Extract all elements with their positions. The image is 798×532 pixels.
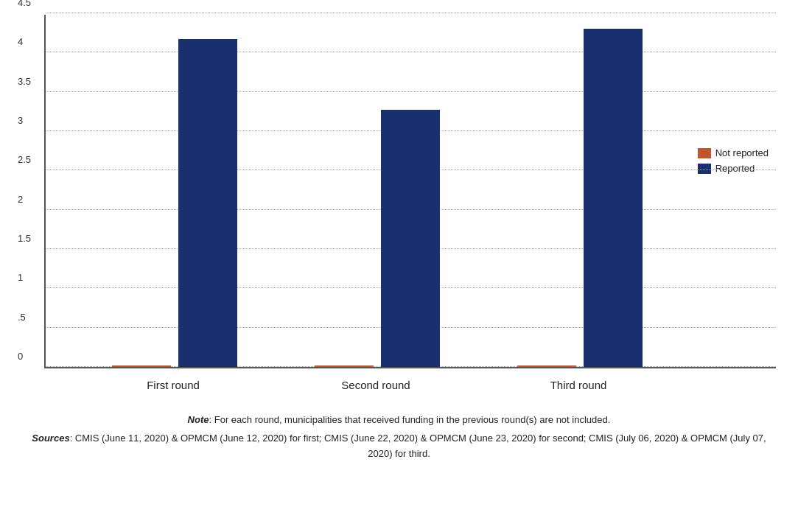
gridline bbox=[46, 91, 776, 92]
x-labels: First roundSecond roundThird round bbox=[44, 373, 776, 399]
bar-reported bbox=[178, 39, 237, 367]
sources-text: Sources: CMIS (June 11, 2020) & OPMCM (J… bbox=[22, 431, 776, 462]
y-tick-label: 0 bbox=[18, 351, 23, 362]
y-tick-label: .5 bbox=[18, 311, 26, 322]
gridline bbox=[46, 13, 776, 13]
legend-item: Not reported bbox=[698, 147, 769, 158]
chart-area: Not reportedReported 0.511.522.533.544.5… bbox=[22, 15, 776, 399]
chart-notes: Note: For each round, municipalities tha… bbox=[22, 413, 776, 464]
chart-container: Not reportedReported 0.511.522.533.544.5… bbox=[22, 15, 776, 464]
legend-label: Reported bbox=[715, 163, 755, 174]
y-tick-label: 4 bbox=[18, 36, 23, 47]
y-tick-label: 2 bbox=[18, 193, 23, 204]
y-tick-label: 1 bbox=[18, 272, 23, 283]
y-tick-label: 3 bbox=[18, 115, 23, 126]
y-tick-label: 1.5 bbox=[18, 233, 31, 244]
bar-reported bbox=[584, 29, 643, 367]
y-tick-label: 2.5 bbox=[18, 154, 31, 165]
bar-not-reported bbox=[315, 365, 374, 367]
chart-inner: Not reportedReported 0.511.522.533.544.5… bbox=[44, 15, 776, 399]
bar-reported bbox=[381, 110, 440, 367]
x-axis-label: Second round bbox=[302, 379, 449, 391]
bar-not-reported bbox=[112, 365, 171, 367]
y-axis-label bbox=[22, 15, 44, 399]
gridline bbox=[46, 52, 776, 52]
note-text: Note: For each round, municipalities tha… bbox=[22, 413, 776, 428]
x-axis-label: First round bbox=[99, 379, 247, 391]
legend-label: Not reported bbox=[715, 147, 769, 158]
legend-swatch bbox=[698, 164, 711, 174]
x-axis-label: Third round bbox=[505, 379, 652, 391]
y-tick-label: 3.5 bbox=[18, 75, 31, 86]
legend-item: Reported bbox=[698, 163, 769, 174]
plot-area: Not reportedReported 0.511.522.533.544.5 bbox=[44, 15, 776, 368]
bar-not-reported bbox=[517, 365, 576, 367]
legend-swatch bbox=[698, 148, 711, 158]
y-tick-label: 4.5 bbox=[18, 0, 31, 8]
